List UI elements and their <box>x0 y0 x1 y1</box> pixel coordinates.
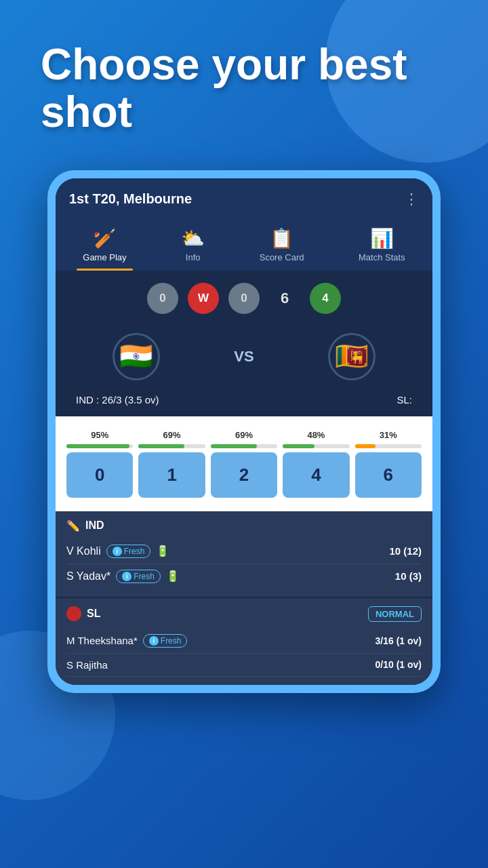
bowling-team-info: SL <box>66 606 100 621</box>
ball-0: 0 <box>147 283 178 314</box>
batsman-2-score: 10 (3) <box>381 570 422 582</box>
game-play-label: Game Play <box>83 252 126 262</box>
batting-header: ✏️ IND <box>66 519 422 532</box>
shot-4-btn[interactable]: 4 <box>283 452 349 498</box>
home-score: IND : 26/3 (3.5 ov) <box>76 394 159 406</box>
tab-game-play[interactable]: 🏏 Game Play <box>69 222 140 271</box>
shot-0-bar-bg <box>66 444 133 448</box>
ball-6-value: 6 <box>281 290 289 307</box>
shot-0-bar <box>66 444 129 448</box>
hero-title: Choose your best shot <box>41 41 447 136</box>
shot-4-bar <box>283 444 314 448</box>
ball-0b-value: 0 <box>241 292 247 305</box>
shot-4-bar-bg <box>283 444 349 448</box>
batsman-2-fresh: i Fresh <box>116 570 161 583</box>
batsman-1-row: V Kohli i Fresh 🔋 10 (12) <box>66 539 422 564</box>
batting-pencil-icon: ✏️ <box>66 519 80 532</box>
shot-6-bar <box>355 444 376 448</box>
app-header: 1st T20, Melbourne ⋮ <box>56 178 432 215</box>
bowler-1-score: 3/16 (1 ov) <box>375 635 422 646</box>
shot-1-bar <box>138 444 184 448</box>
team-score-row: IND : 26/3 (3.5 ov) SL: <box>56 394 432 416</box>
ball-0b: 0 <box>228 283 260 314</box>
batting-section: ✏️ IND V Kohli i Fresh 🔋 10 (12) S Yadav… <box>56 511 432 597</box>
bowling-section: SL NORMAL M Theekshana* i Fresh 3/16 (1 … <box>56 597 432 685</box>
bowling-header: SL NORMAL <box>66 606 422 622</box>
shot-2-bar <box>211 444 257 448</box>
more-options-icon[interactable]: ⋮ <box>404 191 419 208</box>
batsman-1-fresh: i Fresh <box>106 545 151 558</box>
batsman-1-battery-icon: 🔋 <box>156 545 169 557</box>
ball-row: 0 W 0 6 4 <box>56 271 432 326</box>
ball-w: W <box>188 283 219 314</box>
ball-6: 6 <box>269 283 300 314</box>
shot-6: 31% 6 <box>355 430 422 498</box>
phone-mockup: 1st T20, Melbourne ⋮ 🏏 Game Play ⛅ Info … <box>47 170 441 693</box>
away-team-flag: 🇱🇰 <box>328 333 375 380</box>
match-title: 1st T20, Melbourne <box>69 191 192 207</box>
batsman-1-score: 10 (12) <box>381 545 422 557</box>
home-team-flag: 🇮🇳 <box>113 333 160 380</box>
vs-label: VS <box>234 348 253 366</box>
shot-panel: 95% 0 69% 1 69% <box>56 416 432 511</box>
batting-team-name: IND <box>85 519 104 532</box>
info-icon: ⛅ <box>181 227 205 250</box>
batsman-1-name: V Kohli <box>66 545 101 557</box>
batsman-2-row: S Yadav* i Fresh 🔋 10 (3) <box>66 564 422 589</box>
batsman-2-battery-icon: 🔋 <box>166 570 180 583</box>
shot-6-bar-bg <box>355 444 422 448</box>
shot-1-btn[interactable]: 1 <box>138 452 205 498</box>
bowler-1-row: M Theekshana* i Fresh 3/16 (1 ov) <box>66 629 422 654</box>
info-label: Info <box>186 252 201 262</box>
ball-4-value: 4 <box>322 292 328 305</box>
nav-tabs: 🏏 Game Play ⛅ Info 📋 Score Card 📊 Match … <box>56 215 432 271</box>
info-circle-icon: i <box>113 547 122 556</box>
bowler-2-name: S Rajitha <box>66 659 108 671</box>
score-card-icon: 📋 <box>270 227 293 250</box>
shot-6-pct: 31% <box>380 430 397 440</box>
tab-score-card[interactable]: 📋 Score Card <box>246 222 318 271</box>
tab-info[interactable]: ⛅ Info <box>167 222 218 271</box>
game-play-icon: 🏏 <box>93 227 117 250</box>
shot-2-pct: 69% <box>235 430 253 440</box>
bowling-mode-badge: NORMAL <box>368 606 422 622</box>
shot-0-btn[interactable]: 0 <box>66 452 133 498</box>
match-vs: 🇮🇳 VS 🇱🇰 <box>56 326 432 394</box>
sl-dot-icon <box>66 606 81 621</box>
hero-section: Choose your best shot <box>0 0 488 157</box>
shot-0: 95% 0 <box>66 430 133 498</box>
bowling-team-name: SL <box>87 608 100 620</box>
shot-1-bar-bg <box>138 444 205 448</box>
match-stats-icon: 📊 <box>370 227 394 250</box>
shot-0-pct: 95% <box>91 430 108 440</box>
shot-1-pct: 69% <box>163 430 181 440</box>
bowler-2-score: 0/10 (1 ov) <box>375 659 422 670</box>
shot-2-btn[interactable]: 2 <box>211 452 277 498</box>
info-circle-icon-2: i <box>122 572 131 581</box>
shot-2: 69% 2 <box>211 430 277 498</box>
bowler-2-row: S Rajitha 0/10 (1 ov) <box>66 654 422 677</box>
info-circle-icon-3: i <box>149 636 159 646</box>
bowler-1-name: M Theekshana* <box>66 635 138 646</box>
ball-0-value: 0 <box>159 292 165 305</box>
bowler-1-fresh: i Fresh <box>143 634 188 648</box>
score-card-label: Score Card <box>260 252 304 262</box>
ball-4: 4 <box>310 283 341 314</box>
shot-options: 95% 0 69% 1 69% <box>66 430 422 498</box>
batsman-2-name: S Yadav* <box>66 570 110 583</box>
shot-2-bar-bg <box>211 444 277 448</box>
shot-4: 48% 4 <box>283 430 349 498</box>
shot-6-btn[interactable]: 6 <box>355 452 422 498</box>
away-score: SL: <box>396 394 412 406</box>
tab-match-stats[interactable]: 📊 Match Stats <box>345 222 419 271</box>
ball-w-value: W <box>198 292 209 305</box>
shot-1: 69% 1 <box>138 430 205 498</box>
shot-4-pct: 48% <box>307 430 325 440</box>
match-stats-label: Match Stats <box>359 252 405 262</box>
phone-screen: 1st T20, Melbourne ⋮ 🏏 Game Play ⛅ Info … <box>56 178 432 685</box>
